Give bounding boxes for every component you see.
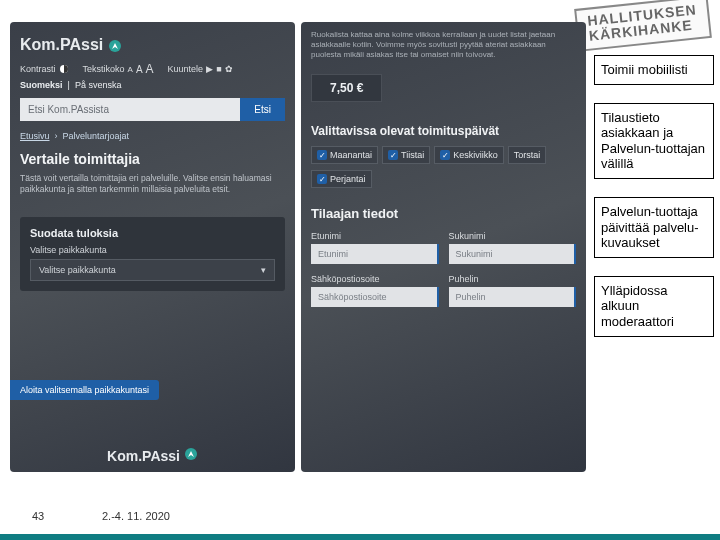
day-tuesday[interactable]: ✓ Tiistai [382, 146, 430, 164]
annotation-order-info: Tilaustieto asiakkaan ja Palvelun-tuotta… [594, 103, 714, 179]
search-input[interactable]: Etsi Kom.PAssista [20, 98, 240, 121]
contrast-label: Kontrasti [20, 64, 56, 74]
hint-toast: Aloita valitsemalla paikkakuntasi [10, 380, 159, 400]
firstname-field[interactable]: Etunimi [311, 244, 439, 264]
compass-icon [184, 447, 198, 461]
input-placeholder: Sähköpostiosoite [318, 292, 387, 302]
email-label: Sähköpostiosoite [311, 274, 439, 284]
app-brand: Kom.PAssi [20, 36, 285, 54]
delivery-days-row2: ✓ Perjantai [311, 170, 576, 188]
day-label: Keskiviikko [453, 150, 498, 160]
locality-dropdown[interactable]: Valitse paikkakunta ▾ [30, 259, 275, 281]
day-friday[interactable]: ✓ Perjantai [311, 170, 372, 188]
checkbox-checked-icon: ✓ [440, 150, 450, 160]
filter-label: Valitse paikkakunta [30, 245, 275, 255]
search-placeholder: Etsi Kom.PAssista [28, 104, 109, 115]
delivery-days: ✓ Maanantai ✓ Tiistai ✓ Keskiviikko Tors… [311, 146, 576, 164]
description-text: Ruokalista kattaa aina kolme viikkoa ker… [311, 30, 576, 60]
footer-date: 2.-4. 11. 2020 [102, 510, 170, 522]
order-heading: Tilaajan tiedot [311, 206, 576, 221]
contrast-icon [59, 64, 69, 74]
slide-footer: 43 2.-4. 11. 2020 [0, 494, 720, 540]
filter-box: Suodata tuloksia Valitse paikkakunta Val… [20, 217, 285, 291]
search-row: Etsi Kom.PAssista Etsi [20, 98, 285, 121]
listen-label: Kuuntele [168, 64, 204, 74]
project-stamp: HALLITUKSEN KÄRKIHANKE [574, 0, 712, 52]
day-label: Maanantai [330, 150, 372, 160]
day-wednesday[interactable]: ✓ Keskiviikko [434, 146, 504, 164]
contrast-toggle[interactable]: Kontrasti [20, 62, 69, 76]
brand-text: Kom.PAssi [20, 36, 103, 53]
phone-screenshots: Kom.PAssi Kontrasti Tekstikoko AAA Kuunt… [10, 22, 586, 472]
footer-bar [0, 534, 720, 540]
email-field[interactable]: Sähköpostiosoite [311, 287, 439, 307]
lang-sv[interactable]: På svenska [75, 80, 122, 90]
filter-heading: Suodata tuloksia [30, 227, 275, 239]
annotation-moderator: Ylläpidossa alkuun moderaattori [594, 276, 714, 337]
textsize-icon: AAA [128, 62, 154, 76]
input-placeholder: Etunimi [318, 249, 348, 259]
language-row: Suomeksi | På svenska [20, 80, 285, 90]
phone-left: Kom.PAssi Kontrasti Tekstikoko AAA Kuunt… [10, 22, 295, 472]
lastname-field[interactable]: Sukunimi [449, 244, 577, 264]
day-monday[interactable]: ✓ Maanantai [311, 146, 378, 164]
dropdown-value: Valitse paikkakunta [39, 265, 116, 275]
phone-label: Puhelin [449, 274, 577, 284]
phone-right: Ruokalista kattaa aina kolme viikkoa ker… [301, 22, 586, 472]
day-label: Perjantai [330, 174, 366, 184]
annotation-provider-updates: Palvelun-tuottaja päivittää palvelu-kuva… [594, 197, 714, 258]
brand-footer-text: Kom.PAssi [107, 448, 180, 464]
textsize-toggle[interactable]: Tekstikoko AAA [83, 62, 154, 76]
accessibility-toolbar: Kontrasti Tekstikoko AAA Kuuntele ▶ ■ ✿ [20, 62, 285, 76]
gear-icon: ✿ [225, 64, 233, 74]
form-row-name: Etunimi Etunimi Sukunimi Sukunimi [311, 231, 576, 264]
stop-icon: ■ [216, 64, 221, 74]
slide-root: HALLITUKSEN KÄRKIHANKE Toimii mobiilisti… [0, 0, 720, 540]
page-title: Vertaile toimittajia [20, 151, 285, 167]
lastname-label: Sukunimi [449, 231, 577, 241]
days-heading: Valittavissa olevat toimituspäivät [311, 124, 576, 138]
breadcrumb: Etusivu › Palveluntarjoajat [20, 131, 285, 141]
compass-icon [108, 39, 122, 53]
listen-toggle[interactable]: Kuuntele ▶ ■ ✿ [168, 62, 233, 76]
page-intro: Tästä voit vertailla toimittajia eri pal… [20, 173, 285, 195]
chevron-down-icon: ▾ [261, 265, 266, 275]
day-label: Torstai [514, 150, 541, 160]
day-label: Tiistai [401, 150, 424, 160]
checkbox-checked-icon: ✓ [317, 150, 327, 160]
breadcrumb-current: Palveluntarjoajat [63, 131, 130, 141]
lang-fi[interactable]: Suomeksi [20, 80, 63, 90]
annotation-mobile: Toimii mobiilisti [594, 55, 714, 85]
checkbox-checked-icon: ✓ [388, 150, 398, 160]
page-number: 43 [32, 510, 44, 522]
input-placeholder: Sukunimi [456, 249, 493, 259]
form-row-contact: Sähköpostiosoite Sähköpostiosoite Puheli… [311, 274, 576, 307]
checkbox-checked-icon: ✓ [317, 174, 327, 184]
play-icon: ▶ [206, 64, 213, 74]
brand-footer: Kom.PAssi [10, 447, 295, 464]
breadcrumb-home[interactable]: Etusivu [20, 131, 50, 141]
price-box: 7,50 € [311, 74, 382, 102]
annotation-column: Toimii mobiilisti Tilaustieto asiakkaan … [594, 55, 714, 337]
textsize-label: Tekstikoko [83, 64, 125, 74]
day-thursday[interactable]: Torstai [508, 146, 547, 164]
firstname-label: Etunimi [311, 231, 439, 241]
search-button[interactable]: Etsi [240, 98, 285, 121]
phone-field[interactable]: Puhelin [449, 287, 577, 307]
input-placeholder: Puhelin [456, 292, 486, 302]
